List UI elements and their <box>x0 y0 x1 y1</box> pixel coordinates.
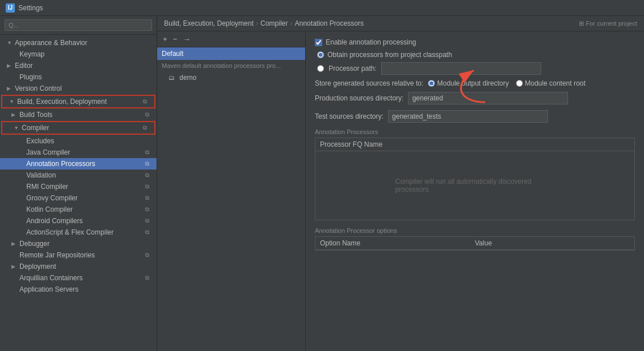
copy-icon: ⧉ <box>145 111 152 118</box>
production-sources-input[interactable] <box>408 92 568 104</box>
sidebar-item-keymap[interactable]: Keymap <box>0 49 157 60</box>
sidebar-item-label: Plugins <box>19 73 152 81</box>
sidebar-item-editor[interactable]: ▶ Editor <box>0 60 157 71</box>
breadcrumb-part-2: Compiler <box>261 19 288 27</box>
copy-icon: ⧉ <box>143 124 150 131</box>
obtain-processors-radio[interactable] <box>317 51 324 58</box>
sidebar-item-label: Android Compilers <box>26 217 143 225</box>
sidebar-item-build-tools[interactable]: ▶ Build Tools ⧉ <box>0 109 157 120</box>
sidebar-item-label: Annotation Processors <box>26 160 143 168</box>
sidebar-item-label: Excludes <box>26 137 152 145</box>
sidebar-item-annotation-processors[interactable]: Annotation Processors ⧉ <box>0 158 157 170</box>
folder-icon: 🗂 <box>169 74 175 81</box>
copy-icon: ⧉ <box>145 229 152 236</box>
annotation-processor-options-table: Option Name Value <box>315 236 635 251</box>
sidebar-item-label: ActionScript & Flex Compiler <box>26 228 143 236</box>
breadcrumb-separator: › <box>256 19 258 27</box>
search-input[interactable] <box>5 19 152 31</box>
annotation-processor-options-label: Annotation Processor options <box>315 227 635 234</box>
sidebar-item-label: Kotlin Compiler <box>26 205 143 213</box>
content-area: Build, Execution, Deployment › Compiler … <box>157 16 644 351</box>
sidebar-item-label: Deployment <box>19 263 152 271</box>
list-item-default[interactable]: Default <box>157 47 305 60</box>
sidebar-item-label: Build Tools <box>19 111 143 119</box>
annotation-processors-empty-text: Compiler will run all automatically disc… <box>395 177 555 193</box>
processor-path-row: Processor path: <box>315 62 635 75</box>
annotation-processors-table: Processor FQ Name Compiler will run all … <box>315 138 635 220</box>
sidebar-item-validation[interactable]: Validation ⧉ <box>0 170 157 181</box>
processor-path-radio[interactable] <box>317 65 324 72</box>
sidebar-item-arquillian[interactable]: Arquillian Containers ⧉ <box>0 272 157 284</box>
module-output-radio[interactable] <box>428 80 435 87</box>
sidebar-item-groovy-compiler[interactable]: Groovy Compiler ⧉ <box>0 192 157 204</box>
list-item-demo[interactable]: 🗂 demo <box>157 71 305 84</box>
sidebar-item-label: Editor <box>15 62 152 70</box>
value-col: Value <box>475 239 630 247</box>
breadcrumb-part-3: Annotation Processors <box>295 19 364 27</box>
sidebar-item-excludes[interactable]: Excludes <box>0 135 157 147</box>
sidebar-item-appearance[interactable]: ▼ Appearance & Behavior <box>0 37 157 49</box>
sidebar-item-label: Compiler <box>22 124 141 132</box>
sidebar-item-debugger[interactable]: ▶ Debugger <box>0 238 157 249</box>
sidebar-item-rmi-compiler[interactable]: RMI Compiler ⧉ <box>0 181 157 192</box>
enable-annotation-checkbox[interactable] <box>315 39 322 46</box>
arrow-icon: ▶ <box>7 86 13 91</box>
store-generated-options: Module output directory Module content r… <box>428 79 585 87</box>
sidebar-item-actionscript-flex[interactable]: ActionScript & Flex Compiler ⧉ <box>0 227 157 238</box>
option-name-col: Option Name <box>320 239 475 247</box>
sidebar-search-container <box>0 16 157 35</box>
for-current-project: ⊞ For current project <box>579 20 637 27</box>
sidebar-item-label: Validation <box>26 171 143 179</box>
annotation-processor-options-header: Option Name Value <box>315 237 634 250</box>
sidebar-item-application-servers[interactable]: Application Servers <box>0 284 157 295</box>
module-content-radio[interactable] <box>516 80 523 87</box>
test-sources-row: Test sources directory: <box>315 110 635 123</box>
production-sources-row: Production sources directory: <box>315 92 635 104</box>
sidebar-item-plugins[interactable]: Plugins <box>0 71 157 83</box>
move-button[interactable]: → <box>181 34 193 45</box>
arrow-icon: ▶ <box>7 63 13 68</box>
sidebar-tree: ▼ Appearance & Behavior Keymap ▶ Editor … <box>0 35 157 351</box>
obtain-processors-label: Obtain processors from project classpath <box>327 51 452 59</box>
copy-icon: ⧉ <box>145 252 152 259</box>
module-content-label: Module content root <box>525 79 586 87</box>
sidebar-item-java-compiler[interactable]: Java Compiler ⧉ <box>0 147 157 158</box>
breadcrumb-separator: › <box>290 19 293 27</box>
sidebar-item-build-exec-deploy[interactable]: ▼ Build, Execution, Deployment ⧉ <box>1 95 155 108</box>
split-pane: + − → Default Maven default annotation p… <box>157 31 644 351</box>
enable-annotation-row: Enable annotation processing <box>315 38 635 46</box>
sidebar-item-deployment[interactable]: ▶ Deployment <box>0 261 157 272</box>
arrow-icon: ▼ <box>14 125 19 131</box>
test-sources-input[interactable] <box>388 110 548 123</box>
processor-path-input[interactable] <box>381 62 541 75</box>
main-layout: ▼ Appearance & Behavior Keymap ▶ Editor … <box>0 16 644 351</box>
list-item-maven[interactable]: Maven default annotation processors pro.… <box>157 60 305 71</box>
copy-icon: ⧉ <box>145 195 152 201</box>
annotation-processors-table-body: Compiler will run all automatically disc… <box>315 151 634 220</box>
arrow-icon: ▼ <box>7 40 13 46</box>
store-generated-row: Store generated sources relative to: Mod… <box>315 79 635 87</box>
copy-icon: ⧉ <box>145 275 152 281</box>
add-button[interactable]: + <box>161 34 170 45</box>
processor-fq-name-col: Processor FQ Name <box>320 140 630 148</box>
processor-path-label: Processor path: <box>329 64 377 72</box>
sidebar-item-kotlin-compiler[interactable]: Kotlin Compiler ⧉ <box>0 204 157 215</box>
window-title: Settings <box>18 4 43 12</box>
left-pane: + − → Default Maven default annotation p… <box>157 31 306 351</box>
test-sources-label: Test sources directory: <box>315 112 383 120</box>
list-item-label: Maven default annotation processors pro.… <box>162 62 281 69</box>
remove-button[interactable]: − <box>171 34 180 45</box>
copy-icon: ⧉ <box>145 149 152 156</box>
sidebar-item-android-compilers[interactable]: Android Compilers ⧉ <box>0 215 157 227</box>
breadcrumb: Build, Execution, Deployment › Compiler … <box>164 19 364 27</box>
sidebar-item-label: Arquillian Containers <box>19 274 143 282</box>
sidebar-item-label: Build, Execution, Deployment <box>17 98 141 106</box>
sidebar-item-version-control[interactable]: ▶ Version Control <box>0 83 157 94</box>
arrow-icon: ▼ <box>9 99 15 104</box>
annotation-processors-section-label: Annotation Processors <box>315 128 635 135</box>
sidebar-item-label: Java Compiler <box>26 148 143 156</box>
sidebar-item-compiler[interactable]: ▼ Compiler ⧉ <box>1 121 155 135</box>
sidebar-item-remote-jar[interactable]: Remote Jar Repositories ⧉ <box>0 249 157 261</box>
app-icon: IJ <box>6 3 15 13</box>
title-bar: IJ Settings <box>0 0 644 16</box>
